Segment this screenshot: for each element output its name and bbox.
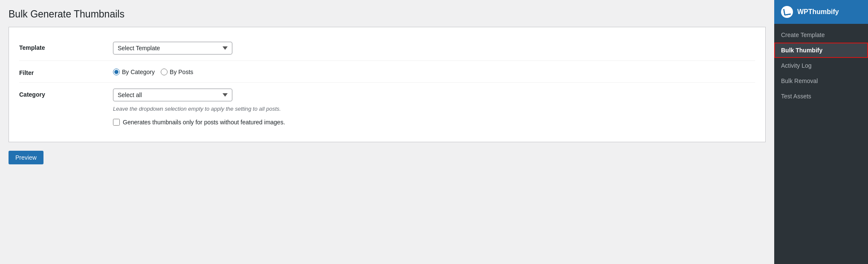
template-field: Select Template — [113, 42, 755, 55]
no-featured-checkbox[interactable] — [113, 119, 120, 126]
filter-radio-group: By Category By Posts — [113, 67, 755, 75]
filter-by-posts-option[interactable]: By Posts — [161, 69, 193, 75]
sidebar-nav: Create Template Bulk Thumbify Activity L… — [774, 24, 868, 107]
category-field: Select all Leave the dropdown selection … — [113, 89, 755, 126]
template-select[interactable]: Select Template — [113, 42, 232, 55]
sidebar-logo-icon — [783, 8, 791, 16]
sidebar-brand: WPThumbify — [797, 8, 839, 16]
sidebar-item-activity-log[interactable]: Activity Log — [774, 58, 868, 73]
sidebar-logo — [781, 6, 793, 18]
category-row: Category Select all Leave the dropdown s… — [19, 83, 755, 132]
sidebar: WPThumbify Create Template Bulk Thumbify… — [774, 0, 868, 264]
template-label: Template — [19, 42, 113, 51]
filter-by-posts-label[interactable]: By Posts — [170, 69, 193, 75]
filter-row: Filter By Category By Posts — [19, 61, 755, 83]
sidebar-item-create-template[interactable]: Create Template — [774, 27, 868, 43]
form-card: Template Select Template Filter By Categ… — [9, 27, 766, 142]
no-featured-label[interactable]: Generates thumbnails only for posts with… — [123, 119, 285, 126]
page-title: Bulk Generate Thumbnails — [9, 9, 766, 20]
filter-by-posts-radio[interactable] — [161, 69, 168, 75]
filter-by-category-option[interactable]: By Category — [113, 69, 155, 75]
main-content: Bulk Generate Thumbnails Template Select… — [0, 0, 774, 264]
checkbox-row: Generates thumbnails only for posts with… — [113, 119, 755, 126]
preview-button[interactable]: Preview — [9, 151, 43, 164]
filter-by-category-radio[interactable] — [113, 69, 120, 75]
sidebar-item-bulk-thumbify[interactable]: Bulk Thumbify — [774, 43, 868, 58]
sidebar-item-test-assets[interactable]: Test Assets — [774, 89, 868, 104]
category-label: Category — [19, 89, 113, 98]
sidebar-item-bulk-removal[interactable]: Bulk Removal — [774, 73, 868, 89]
template-row: Template Select Template — [19, 36, 755, 61]
filter-field: By Category By Posts — [113, 67, 755, 75]
category-select[interactable]: Select all — [113, 89, 232, 101]
sidebar-header: WPThumbify — [774, 0, 868, 24]
button-row: Preview — [9, 151, 766, 164]
filter-label: Filter — [19, 67, 113, 76]
category-help-text: Leave the dropdown selection empty to ap… — [113, 106, 755, 112]
filter-by-category-label[interactable]: By Category — [122, 69, 155, 75]
